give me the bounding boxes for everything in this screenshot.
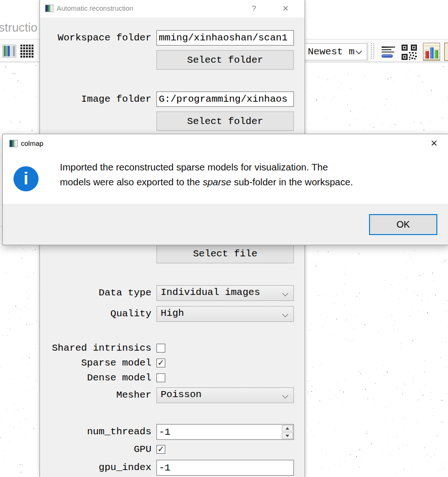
colmap-app-screen: structio Newest m (0, 0, 448, 477)
info-glyph: i (24, 169, 28, 189)
line-3 (382, 52, 394, 52)
red-bar (425, 51, 429, 59)
chevron-down-icon (282, 290, 288, 296)
ok-button[interactable]: OK (369, 214, 437, 235)
log-lines-icon[interactable] (382, 46, 396, 59)
image-viewer-icon[interactable] (2, 45, 16, 58)
dialog-message: Imported the reconstructed sparse models… (60, 160, 431, 189)
triangle-up-icon (286, 427, 289, 430)
dialog-titlebar[interactable]: Automatic reconstruction ? ✕ (40, 0, 305, 18)
dialog-title: Automatic reconstruction (57, 4, 133, 12)
spin-up-button[interactable] (282, 425, 293, 431)
data-type-value: Individual images (161, 287, 260, 298)
dense-model-label: Dense model (40, 373, 151, 383)
message-dialog-titlebar[interactable]: colmap ✕ (3, 134, 448, 154)
window-icon (45, 5, 53, 12)
bar-chart-icon[interactable] (423, 43, 440, 61)
background-window-title-fragment: structio (0, 20, 38, 35)
chevron-down-icon (356, 48, 362, 54)
help-button[interactable]: ? (246, 3, 262, 15)
dense-model-checkbox[interactable] (156, 373, 165, 382)
qr-code-icon[interactable] (402, 45, 417, 60)
green-bar (435, 50, 438, 59)
gpu-index-label: gpu_index (40, 460, 151, 476)
info-icon: i (13, 166, 39, 191)
line-2 (382, 49, 391, 50)
select-workspace-folder-button[interactable]: Select folder (156, 50, 294, 70)
message-dialog-title: colmap (21, 139, 43, 147)
message-line2-post: sub-folder in the workspace. (231, 176, 353, 187)
toolbar-divider (368, 41, 368, 61)
workspace-folder-input[interactable] (156, 30, 294, 46)
quality-value: High (161, 308, 184, 319)
close-button[interactable]: ✕ (278, 3, 293, 15)
num-threads-spinbox (156, 424, 294, 440)
image-folder-label: Image folder (40, 91, 151, 107)
sparse-model-checkbox[interactable] (156, 359, 165, 367)
gpu-index-input[interactable] (156, 460, 294, 476)
spin-down-button[interactable] (282, 432, 293, 439)
toolbar-drag-handle[interactable] (371, 43, 374, 59)
shared-intrinsics-checkbox[interactable] (156, 344, 165, 353)
image-folder-input[interactable] (156, 91, 294, 107)
quality-select[interactable]: High (156, 306, 294, 322)
num-threads-label: num_threads (40, 424, 151, 440)
colmap-message-dialog: colmap ✕ i Imported the reconstructed sp… (2, 134, 448, 245)
clipped-toolbar-icon[interactable] (444, 43, 448, 61)
close-button[interactable]: ✕ (424, 136, 444, 151)
chevron-down-icon (282, 392, 288, 399)
mesher-value: Poisson (161, 389, 201, 400)
chart-base (423, 59, 440, 60)
dialog-footer: OK (3, 204, 448, 245)
num-threads-input[interactable] (157, 425, 281, 439)
model-select-value: Newest m (308, 46, 355, 57)
model-select-dropdown[interactable]: Newest m (299, 43, 367, 60)
data-type-select[interactable]: Individual images (156, 285, 294, 301)
chevron-down-icon (282, 311, 288, 317)
blue-bar (430, 47, 434, 59)
sparse-model-label: Sparse model (40, 359, 151, 368)
workspace-folder-label: Workspace folder (40, 30, 151, 46)
message-line1: Imported the reconstructed sparse models… (60, 162, 328, 172)
gpu-label: GPU (40, 445, 151, 454)
message-line2-pre: models were also exported to the (60, 176, 203, 187)
shared-intrinsics-label: Shared intrinsics (40, 344, 151, 353)
line-1 (382, 46, 395, 48)
spin-buttons (282, 425, 293, 439)
quality-label: Quality (40, 306, 151, 322)
data-type-label: Data type (40, 285, 151, 301)
mesher-select[interactable]: Poisson (156, 387, 294, 403)
message-line2-italic: sparse (203, 176, 232, 187)
select-file-button[interactable]: Select file (156, 244, 294, 263)
triangle-down-icon (286, 435, 289, 437)
window-icon (9, 140, 18, 147)
gpu-checkbox[interactable] (156, 445, 165, 454)
grid-icon[interactable] (20, 45, 34, 58)
select-image-folder-button[interactable]: Select folder (156, 111, 294, 131)
line-blue (382, 54, 393, 58)
mesher-label: Mesher (40, 387, 151, 403)
